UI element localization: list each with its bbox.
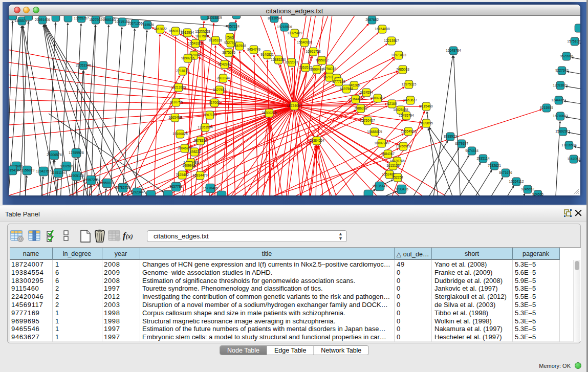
svg-text:15885280: 15885280 xyxy=(271,58,286,61)
svg-text:19218506: 19218506 xyxy=(277,25,292,29)
svg-text:10654112: 10654112 xyxy=(509,180,524,183)
svg-text:18724007: 18724007 xyxy=(287,104,302,107)
svg-text:17957255: 17957255 xyxy=(83,178,99,182)
svg-text:19166825: 19166825 xyxy=(172,132,188,136)
svg-text:7625402: 7625402 xyxy=(176,173,189,177)
svg-text:9890216: 9890216 xyxy=(181,56,194,60)
svg-text:12353594: 12353594 xyxy=(198,125,213,129)
svg-text:10973493: 10973493 xyxy=(391,53,406,57)
svg-text:25300215: 25300215 xyxy=(262,111,277,115)
svg-text:8471676: 8471676 xyxy=(499,171,512,174)
svg-text:20206576: 20206576 xyxy=(47,153,62,157)
svg-text:12213967: 12213967 xyxy=(384,39,399,42)
svg-text:9146821: 9146821 xyxy=(260,53,274,56)
svg-text:8186328: 8186328 xyxy=(209,38,222,42)
svg-text:6966160: 6966160 xyxy=(102,18,116,21)
svg-text:9242848: 9242848 xyxy=(218,62,231,66)
svg-text:252254: 252254 xyxy=(392,176,403,179)
svg-text:2803144: 2803144 xyxy=(216,76,230,80)
svg-text:9529966: 9529966 xyxy=(560,54,573,58)
svg-text:9115460: 9115460 xyxy=(420,104,433,108)
svg-text:1192344: 1192344 xyxy=(130,190,144,194)
svg-text:2718170: 2718170 xyxy=(176,69,189,73)
svg-text:9474444: 9474444 xyxy=(465,149,478,152)
svg-text:21364436: 21364436 xyxy=(348,97,363,101)
svg-text:2087682: 2087682 xyxy=(365,18,379,21)
svg-text:8813054: 8813054 xyxy=(268,16,281,20)
svg-text:16154808: 16154808 xyxy=(375,27,390,31)
svg-text:9699695: 9699695 xyxy=(420,121,433,125)
svg-text:15640910: 15640910 xyxy=(297,40,312,44)
svg-text:1665498: 1665498 xyxy=(168,116,182,119)
svg-text:9327508: 9327508 xyxy=(195,34,209,38)
svg-text:9227342: 9227342 xyxy=(555,69,569,72)
svg-text:8454749: 8454749 xyxy=(247,48,260,51)
svg-text:9245652: 9245652 xyxy=(521,187,534,191)
svg-text:16210643: 16210643 xyxy=(553,114,568,118)
svg-text:2867608: 2867608 xyxy=(233,44,246,48)
svg-text:8427552: 8427552 xyxy=(213,88,226,92)
svg-text:1498222: 1498222 xyxy=(188,150,201,154)
svg-text:12975115: 12975115 xyxy=(402,82,417,86)
svg-text:16961758: 16961758 xyxy=(306,50,321,53)
svg-text:7986322: 7986322 xyxy=(354,106,367,110)
svg-text:1409948: 1409948 xyxy=(182,164,195,167)
svg-text:8322037: 8322037 xyxy=(285,60,298,64)
svg-text:8215955: 8215955 xyxy=(540,106,553,110)
svg-text:6497568: 6497568 xyxy=(340,87,353,91)
svg-text:7485063: 7485063 xyxy=(396,68,409,71)
svg-text:12093871: 12093871 xyxy=(553,83,568,87)
svg-text:3875685: 3875685 xyxy=(222,51,235,54)
svg-text:1733426: 1733426 xyxy=(395,187,408,191)
svg-text:15692971: 15692971 xyxy=(555,129,571,133)
svg-text:20691406: 20691406 xyxy=(35,18,50,21)
svg-text:19756928: 19756928 xyxy=(396,144,411,148)
svg-text:7515526: 7515526 xyxy=(141,23,154,27)
svg-text:17016504: 17016504 xyxy=(561,143,577,147)
svg-text:12905135: 12905135 xyxy=(69,174,84,178)
svg-text:8878352: 8878352 xyxy=(194,139,207,142)
svg-text:1527602: 1527602 xyxy=(89,18,102,21)
svg-text:1167053: 1167053 xyxy=(567,157,580,161)
svg-text:10807487: 10807487 xyxy=(370,96,385,100)
svg-text:6879197: 6879197 xyxy=(455,142,468,145)
svg-text:12213389: 12213389 xyxy=(171,85,186,89)
svg-text:16543362: 16543362 xyxy=(188,41,203,45)
svg-text:8938923: 8938923 xyxy=(444,135,457,138)
svg-text:10025438: 10025438 xyxy=(393,108,408,112)
svg-text:7632621: 7632621 xyxy=(488,164,501,167)
svg-text:20053346: 20053346 xyxy=(76,63,91,67)
svg-text:10688609: 10688609 xyxy=(367,130,382,134)
svg-text:9657791: 9657791 xyxy=(169,185,183,188)
svg-text:3267110: 3267110 xyxy=(203,113,216,117)
svg-text:6794028: 6794028 xyxy=(323,67,336,71)
svg-text:11156819: 11156819 xyxy=(20,168,35,172)
svg-text:41503: 41503 xyxy=(9,176,9,179)
svg-text:62160: 62160 xyxy=(387,102,397,105)
svg-text:19654923: 19654923 xyxy=(401,129,416,133)
svg-text:15716485: 15716485 xyxy=(203,186,218,190)
svg-text:12444151: 12444151 xyxy=(551,98,567,102)
svg-text:17359928: 17359928 xyxy=(69,151,84,155)
svg-text:7857224: 7857224 xyxy=(226,25,239,28)
svg-text:9684067: 9684067 xyxy=(381,152,395,156)
svg-text:12942757: 12942757 xyxy=(36,169,51,173)
svg-text:3824554: 3824554 xyxy=(360,91,373,94)
svg-text:15751074: 15751074 xyxy=(567,39,580,43)
svg-text:10958107: 10958107 xyxy=(99,181,115,185)
svg-text:10655267: 10655267 xyxy=(74,16,89,20)
svg-text:924565: 924565 xyxy=(532,192,543,195)
svg-text:3915412: 3915412 xyxy=(9,168,19,172)
svg-text:2546: 2546 xyxy=(226,35,234,39)
svg-text:16914479: 16914479 xyxy=(192,173,208,177)
svg-text:8912954: 8912954 xyxy=(181,31,194,34)
svg-text:9463627: 9463627 xyxy=(404,98,417,102)
svg-text:2935114: 2935114 xyxy=(476,157,490,160)
svg-text:16648784: 16648784 xyxy=(446,49,461,52)
svg-text:16053809: 16053809 xyxy=(207,16,222,19)
svg-text:7955812: 7955812 xyxy=(315,58,329,62)
svg-text:11451194: 11451194 xyxy=(51,171,66,174)
svg-text:16782759: 16782759 xyxy=(115,186,130,189)
svg-text:16046796: 16046796 xyxy=(177,146,192,150)
svg-text:19384554: 19384554 xyxy=(309,139,324,142)
